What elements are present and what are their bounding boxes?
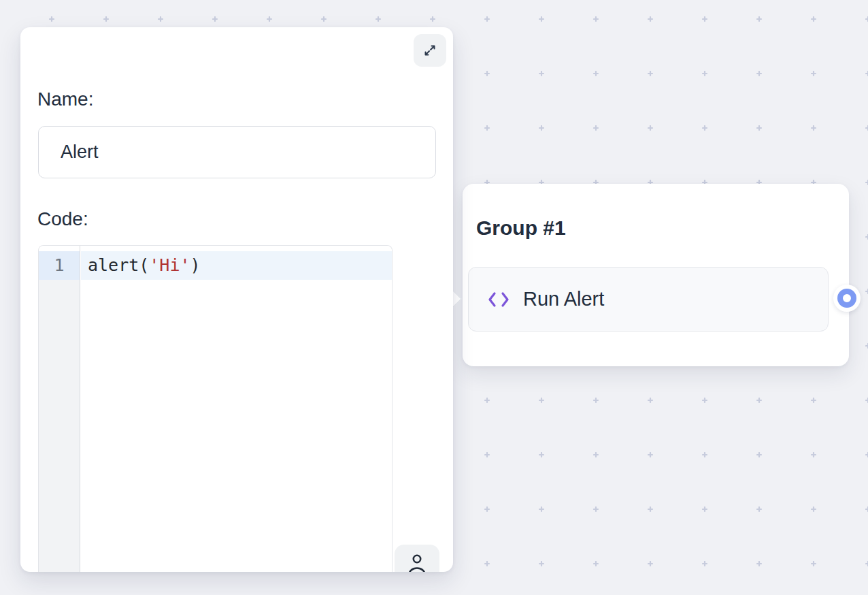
node-run-alert[interactable]: Run Alert xyxy=(468,267,829,332)
name-label: Name: xyxy=(37,86,93,113)
expand-button[interactable] xyxy=(414,34,446,67)
code-label: Code: xyxy=(37,206,88,233)
group-card[interactable]: Group #1 Run Alert xyxy=(463,184,849,366)
connection-handle[interactable] xyxy=(833,285,861,312)
name-input[interactable] xyxy=(38,126,436,178)
code-token-paren: ) xyxy=(190,255,201,275)
node-editor-panel: Name: Code: 1 alert('Hi') xyxy=(20,27,453,572)
expand-diagonal-icon xyxy=(422,42,438,59)
person-icon xyxy=(405,553,429,572)
user-button[interactable] xyxy=(395,545,439,572)
code-editor-content[interactable]: alert('Hi') xyxy=(81,246,392,572)
node-label: Run Alert xyxy=(523,288,604,310)
code-editor-gutter: 1 xyxy=(39,246,80,572)
group-title: Group #1 xyxy=(476,215,566,241)
connection-handle-ring xyxy=(837,289,856,308)
line-number: 1 xyxy=(39,251,80,280)
code-line-1: alert('Hi') xyxy=(81,251,392,280)
code-editor[interactable]: 1 alert('Hi') xyxy=(38,245,393,572)
code-token-function: alert( xyxy=(88,255,149,275)
code-token-string: 'Hi' xyxy=(149,255,190,275)
code-icon xyxy=(486,290,511,309)
